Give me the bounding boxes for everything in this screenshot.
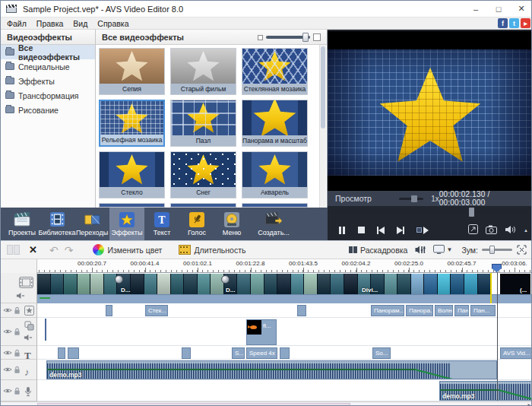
effect-clip-панора[interactable]: Панора... — [406, 305, 433, 316]
effect-tile-panzoom[interactable]: Панорама и масштаб — [242, 100, 308, 147]
menu-item-0[interactable]: Файл — [7, 19, 27, 28]
video-thumbnail[interactable] — [291, 274, 305, 294]
track-content-overlay[interactable] — [37, 318, 532, 346]
playhead-line[interactable] — [497, 272, 498, 401]
tab-transitions[interactable]: Переходы — [74, 208, 109, 240]
eye-icon[interactable] — [3, 388, 12, 394]
overlay-clip-fish[interactable]: fi... — [246, 319, 277, 345]
effect-clip[interactable] — [106, 305, 112, 316]
speed-slider-handle[interactable] — [411, 195, 417, 202]
tab-text[interactable]: TТекст — [144, 208, 179, 240]
text-clip-s[interactable]: S... — [232, 347, 245, 359]
video-thumbnail[interactable] — [37, 274, 51, 294]
fullscreen-icon[interactable] — [468, 224, 478, 237]
timeline-horizontal-scrollbar[interactable]: ▶ — [1, 401, 532, 406]
collapse-arrow-icon[interactable]: ▲ — [524, 228, 528, 233]
video-thumbnail[interactable] — [411, 274, 425, 294]
video-thumbnail[interactable] — [51, 274, 65, 294]
text-clip[interactable] — [68, 347, 79, 359]
audio-clip-demo-mp3[interactable]: demo.mp3 — [46, 360, 497, 379]
video-thumbnail[interactable] — [131, 274, 144, 294]
volume-line[interactable] — [440, 389, 499, 391]
text-clip[interactable] — [58, 347, 65, 359]
video-thumbnail[interactable] — [184, 274, 198, 294]
previous-frame-button[interactable] — [377, 224, 385, 237]
eye-icon[interactable] — [3, 350, 12, 356]
effect-clip-пан[interactable]: Пан... — [454, 305, 469, 316]
scrollbar-right-arrow[interactable]: ▶ — [527, 402, 531, 406]
tree-item-4[interactable]: Рисование — [1, 103, 95, 117]
effect-clip-пан[interactable]: Пан... — [470, 305, 496, 316]
facebook-icon[interactable]: f — [498, 18, 508, 28]
tree-item-1[interactable]: Специальные — [1, 59, 95, 74]
effect-clip-панорам[interactable]: Панорам... — [371, 305, 404, 316]
maximize-button[interactable]: □ — [487, 1, 510, 17]
eye-icon[interactable] — [3, 307, 12, 313]
text-clip-speed4x[interactable]: Speed 4x — [246, 347, 277, 359]
fit-timeline-icon[interactable] — [517, 245, 527, 255]
volume-line[interactable] — [47, 369, 416, 370]
video-thumbnail[interactable] — [451, 274, 464, 294]
size-slider-track[interactable] — [266, 36, 310, 39]
seek-bar[interactable] — [332, 211, 528, 214]
twitter-icon[interactable]: t — [509, 18, 519, 28]
video-thumbnail[interactable] — [237, 274, 251, 294]
zoom-slider[interactable] — [482, 249, 512, 251]
effect-tile-puzzle[interactable]: Пазл — [170, 100, 236, 147]
lock-icon[interactable] — [14, 306, 21, 315]
tab-voice[interactable]: Голос — [179, 208, 214, 240]
video-thumbnail[interactable] — [331, 274, 344, 294]
zoom-slider-handle[interactable] — [489, 246, 495, 254]
lock-icon[interactable] — [14, 366, 21, 374]
video-thumbnail[interactable] — [464, 274, 478, 294]
tree-item-2[interactable]: Эффекты — [1, 74, 95, 88]
video-thumbnail[interactable] — [78, 274, 91, 294]
tab-menu[interactable]: Меню — [214, 208, 249, 240]
stop-button[interactable] — [358, 224, 365, 237]
tab-effects[interactable]: Эффекты — [109, 208, 144, 240]
scrollbar-thumb[interactable] — [37, 403, 350, 406]
tree-item-0[interactable]: Все видеоэффекты — [1, 45, 95, 59]
duration-button[interactable]: Длительность — [179, 245, 245, 255]
mute-speaker-icon[interactable] — [24, 334, 33, 341]
effects-scrollbar-thumb[interactable] — [321, 46, 325, 128]
video-thumbnail[interactable] — [385, 274, 398, 294]
volume-icon[interactable] — [505, 224, 516, 237]
video-thumbnail[interactable] — [64, 274, 78, 294]
mute-speaker-icon[interactable] — [16, 292, 25, 300]
text-clip-avsvid[interactable]: AVS Vid... — [500, 347, 532, 359]
seek-handle[interactable] — [469, 208, 474, 217]
video-thumbnail[interactable] — [90, 274, 104, 294]
effect-clip-волна[interactable]: Волна — [435, 305, 453, 316]
redo-icon[interactable]: ↷ — [65, 244, 74, 256]
effect-clip-стек[interactable]: Стек... — [145, 305, 168, 316]
effects-scrollbar[interactable] — [319, 45, 326, 208]
video-thumbnail[interactable] — [198, 274, 211, 294]
video-thumbnail[interactable] — [478, 274, 492, 294]
video-thumbnail[interactable] — [171, 274, 185, 294]
eye-icon[interactable] — [3, 328, 12, 335]
video-clip-thumbnails[interactable] — [37, 274, 491, 294]
video-thumbnail[interactable] — [318, 274, 331, 294]
tab-create[interactable]: Создать... — [249, 208, 298, 240]
video-thumbnail[interactable] — [344, 274, 358, 294]
undo-icon[interactable]: ↶ — [49, 244, 59, 256]
video-thumbnail[interactable] — [144, 274, 158, 294]
effect-tile-snow[interactable]: Снег — [170, 151, 236, 198]
menu-item-1[interactable]: Правка — [36, 19, 63, 28]
text-clip[interactable] — [182, 347, 191, 359]
effect-tile-oldfilm[interactable]: Старый фильм — [170, 48, 236, 95]
mixer-icon[interactable] — [415, 245, 426, 255]
lock-icon[interactable] — [14, 328, 21, 336]
effect-tile-watercolor[interactable]: Акварель — [242, 151, 308, 198]
next-frame-button[interactable] — [397, 224, 404, 237]
timeline-ruler[interactable]: 00:00:20.700:00:41.400:01:02.100:01:22.8… — [1, 259, 532, 273]
video-thumbnail[interactable] — [304, 274, 318, 294]
video-thumbnail[interactable] — [251, 274, 264, 294]
effect-tile-sepia[interactable]: Сепия — [99, 48, 165, 95]
display-mode-icon[interactable]: ▼ — [433, 245, 452, 255]
youtube-icon[interactable]: ▶ — [521, 18, 530, 28]
tab-library[interactable]: Библиотека — [40, 208, 74, 240]
lock-icon[interactable] — [14, 349, 21, 357]
effect-tile-glass[interactable]: Стекло — [99, 151, 165, 198]
